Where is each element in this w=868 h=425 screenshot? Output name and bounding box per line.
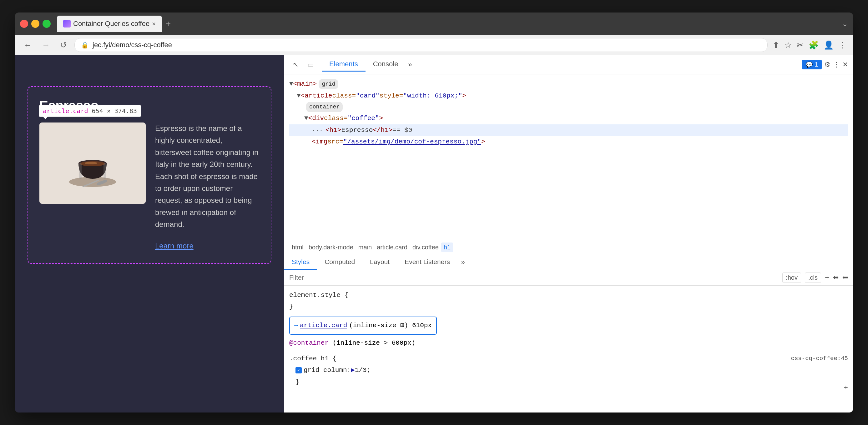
new-tab-button[interactable]: + [163, 16, 173, 31]
breadcrumb-bar: html body.dark-mode main article.card di… [284, 240, 853, 255]
message-icon: 💬 [806, 61, 813, 68]
url-text: jec.fyi/demo/css-cq-coffee [93, 41, 172, 49]
traffic-lights [20, 20, 51, 28]
devtools-header: ↖ ▭ Elements Console » 💬 1 [284, 55, 853, 74]
container-badge: container [306, 102, 343, 112]
espresso-image [61, 132, 124, 194]
cq-arrow-icon: → [294, 320, 298, 331]
breadcrumb-body[interactable]: body.dark-mode [306, 242, 356, 252]
css-source: css-cq-coffee:45 [791, 353, 848, 364]
breadcrumb-h1[interactable]: h1 [441, 242, 453, 252]
more-actions-icon[interactable]: ⋮ [833, 61, 840, 69]
address-bar[interactable]: 🔒 jec.fyi/demo/css-cq-coffee [74, 38, 768, 52]
title-bar: Container Queries coffee × + ⌄ [15, 12, 853, 35]
maximize-window-button[interactable] [42, 20, 51, 28]
img-src-link[interactable]: "/assets/img/demo/cof-espresso.jpg" [343, 136, 481, 148]
close-devtools-button[interactable]: ✕ [842, 61, 848, 69]
message-badge[interactable]: 💬 1 [802, 60, 822, 69]
dom-line-h1[interactable]: ··· <h1>Espresso</h1> == $0 [289, 124, 848, 136]
coffee-h1-rule: .coffee h1 { css-cq-coffee:45 ✓ grid-col… [289, 353, 848, 388]
triangle-icon: ▼ [304, 113, 308, 124]
extension-icon[interactable]: 🧩 [809, 40, 818, 50]
card-image [39, 123, 146, 204]
forward-button[interactable]: → [39, 39, 53, 51]
add-style-button[interactable]: + [825, 273, 829, 282]
triangle-icon: ▼ [289, 78, 293, 90]
computed-tab[interactable]: Computed [317, 255, 362, 270]
learn-more-link[interactable]: Learn more [155, 240, 259, 252]
minimize-window-button[interactable] [31, 20, 39, 28]
device-icon: ▭ [307, 61, 314, 69]
elements-tab[interactable]: Elements [322, 58, 366, 71]
webpage-panel: article.card 654 × 374.83 Espresso [15, 55, 284, 413]
container-query-selector: → article.card (inline-size ⊞) 610px [294, 320, 432, 332]
dom-line-div-coffee[interactable]: ▼ <div class="coffee"> [289, 112, 848, 124]
settings-icon[interactable]: ⚙ [824, 61, 831, 69]
css-property-row: ✓ grid-column: ▶ 1/3; [289, 364, 848, 376]
console-tab[interactable]: Console [366, 58, 406, 71]
card-content: Espresso is the name of a highly concent… [39, 123, 259, 252]
breadcrumb-div-coffee[interactable]: div.coffee [410, 242, 441, 252]
window-controls-right: ⌄ [842, 20, 848, 28]
cls-filter-button[interactable]: .cls [805, 272, 821, 283]
container-query-rule: → article.card (inline-size ⊞) 610px [289, 317, 437, 335]
dom-line-article[interactable]: ▼ <article class="card" style="width: 61… [289, 90, 848, 102]
nav-bar: ← → ↺ 🔒 jec.fyi/demo/css-cq-coffee ⬆ ☆ ✂… [15, 35, 853, 55]
menu-icon[interactable]: ⋮ [839, 40, 847, 50]
reload-button[interactable]: ↺ [58, 39, 69, 51]
share-icon[interactable]: ⬆ [773, 40, 779, 50]
layout-tab[interactable]: Layout [362, 255, 397, 270]
device-tool-button[interactable]: ▭ [304, 59, 317, 71]
tooltip-class: article.card [43, 107, 88, 115]
inspect-tool-button[interactable]: ↖ [289, 59, 302, 71]
event-listeners-tab[interactable]: Event Listeners [397, 255, 458, 270]
breadcrumb-main[interactable]: main [356, 242, 374, 252]
article-card-link[interactable]: article.card [300, 320, 347, 332]
dom-line-container-badge: container [289, 102, 848, 112]
breadcrumb-article[interactable]: article.card [374, 242, 410, 252]
styles-tabs: Styles Computed Layout Event Listeners » [284, 255, 853, 270]
browser-window: Container Queries coffee × + ⌄ ← → ↺ 🔒 j… [15, 12, 853, 413]
more-styles-tabs[interactable]: » [458, 255, 469, 270]
tab-title: Container Queries coffee [73, 20, 150, 28]
hov-filter-button[interactable]: :hov [782, 272, 801, 283]
svg-point-3 [85, 162, 97, 164]
breadcrumb-html[interactable]: html [289, 242, 306, 252]
indent-icon[interactable]: ⬌ [833, 273, 839, 282]
grid-badge: grid [319, 79, 338, 89]
dom-line-main[interactable]: ▼ <main> grid [289, 78, 848, 90]
bookmark-icon[interactable]: ☆ [784, 40, 792, 50]
tab-bar: Container Queries coffee × + [57, 15, 838, 32]
dom-line-img[interactable]: <img src="/assets/img/demo/cof-espresso.… [289, 136, 848, 148]
add-rule-button[interactable]: + [844, 382, 848, 394]
devtools-header-actions: ⚙ ⋮ ✕ [824, 61, 848, 69]
triangle-icon: ▼ [297, 90, 301, 102]
filter-input[interactable] [289, 274, 779, 281]
collapse-icon[interactable]: ⬅ [842, 273, 848, 282]
element-tooltip: article.card 654 × 374.83 [39, 105, 141, 117]
tab-favicon [63, 20, 71, 28]
cursor-icon: ↖ [293, 61, 298, 69]
cut-icon[interactable]: ✂ [797, 40, 804, 50]
content-area: article.card 654 × 374.83 Espresso [15, 55, 853, 413]
devtools-panel: ↖ ▭ Elements Console » 💬 1 [284, 55, 853, 413]
close-window-button[interactable] [20, 20, 28, 28]
element-style-rule: element.style { } [289, 289, 848, 313]
card-description: Espresso is the name of a highly concent… [155, 123, 259, 252]
styles-panel: Styles Computed Layout Event Listeners »… [284, 255, 853, 413]
tooltip-dimensions: 654 × 374.83 [92, 107, 137, 115]
browser-tab[interactable]: Container Queries coffee × [57, 15, 162, 32]
ellipsis-icon[interactable]: ··· [312, 125, 323, 136]
expand-value-button[interactable]: ▶ [351, 364, 355, 376]
svg-rect-5 [103, 163, 106, 179]
devtools-tabs: Elements Console » [322, 58, 800, 71]
profile-icon[interactable]: 👤 [824, 40, 834, 50]
styles-filter-bar: :hov .cls + ⬌ ⬅ [284, 270, 853, 286]
styles-tab[interactable]: Styles [284, 255, 317, 270]
nav-actions: ⬆ ☆ ✂ 🧩 👤 ⋮ [773, 40, 847, 50]
more-tabs-button[interactable]: » [406, 58, 414, 71]
property-checkbox[interactable]: ✓ [296, 367, 302, 373]
lock-icon: 🔒 [81, 41, 89, 49]
tab-close-button[interactable]: × [152, 20, 156, 28]
back-button[interactable]: ← [21, 39, 34, 51]
